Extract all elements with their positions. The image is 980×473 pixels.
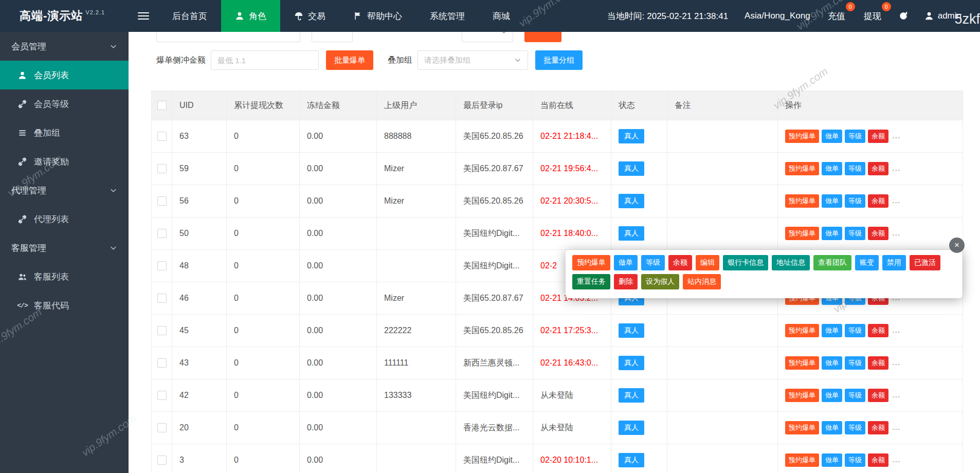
select-all-checkbox[interactable] (157, 101, 167, 110)
row-action-button[interactable]: 等级 (845, 453, 865, 467)
row-action-button[interactable]: 预约爆单 (785, 389, 819, 402)
row-checkbox[interactable] (157, 391, 167, 400)
stack-group-select[interactable]: 请选择叠加组 (418, 50, 528, 70)
batch-burst-button[interactable]: 批量爆单 (326, 50, 373, 70)
row-checkbox[interactable] (157, 164, 167, 173)
row-action-button[interactable]: 等级 (845, 130, 865, 143)
row-action-button[interactable]: 做单 (822, 421, 842, 434)
nav-item-help[interactable]: 帮助中心 (339, 0, 416, 32)
row-action-button[interactable]: 余额 (868, 421, 888, 434)
popup-action-button[interactable]: 余额 (668, 255, 692, 270)
row-action-button[interactable]: 余额 (868, 453, 888, 467)
nav-item-roles[interactable]: 角色 (221, 0, 280, 32)
row-action-button[interactable]: 余额 (868, 227, 888, 240)
sidebar-item-0-2[interactable]: 叠加组 (0, 118, 129, 147)
popup-action-button[interactable]: 编辑 (696, 255, 719, 270)
row-action-button[interactable]: 等级 (845, 227, 865, 240)
sidebar-item-1-0[interactable]: 代理列表 (0, 205, 129, 233)
refresh-icon[interactable] (899, 11, 908, 21)
popup-action-button[interactable]: 地址信息 (772, 255, 810, 270)
row-action-button[interactable]: 做单 (822, 356, 842, 370)
row-action-button[interactable]: 等级 (845, 162, 865, 175)
sidebar-item-0-0[interactable]: 会员列表 (0, 61, 129, 89)
sidebar-group-0[interactable]: 会员管理 (0, 32, 129, 61)
row-action-button[interactable]: 预约爆单 (785, 356, 819, 370)
row-action-button[interactable]: 预约爆单 (785, 421, 819, 434)
popup-action-button[interactable]: 等级 (641, 255, 665, 270)
sidebar-item-0-1[interactable]: 会员等级 (0, 89, 129, 118)
row-action-button[interactable]: 等级 (845, 194, 865, 208)
row-action-button[interactable]: 等级 (845, 389, 865, 402)
row-action-button[interactable]: 余额 (868, 130, 888, 143)
sidebar-item-2-0[interactable]: 客服列表 (0, 262, 129, 291)
more-actions-ellipsis[interactable]: ... (892, 455, 900, 464)
more-actions-ellipsis[interactable]: ... (892, 131, 900, 140)
withdraw-link[interactable]: 提现0 (863, 8, 882, 24)
row-checkbox[interactable] (157, 358, 167, 368)
more-actions-ellipsis[interactable]: ... (892, 163, 900, 172)
row-action-button[interactable]: 余额 (868, 194, 888, 208)
row-checkbox[interactable] (157, 423, 167, 432)
sidebar-group-1[interactable]: 代理管理 (0, 176, 129, 205)
popup-action-button[interactable]: 预约爆单 (572, 255, 610, 270)
row-action-button[interactable]: 预约爆单 (785, 194, 819, 208)
more-actions-ellipsis[interactable]: ... (892, 196, 900, 205)
row-action-button[interactable]: 预约爆单 (785, 324, 819, 337)
row-checkbox[interactable] (157, 294, 167, 303)
row-checkbox[interactable] (157, 456, 167, 465)
popup-action-button[interactable]: 账变 (855, 255, 879, 270)
admin-menu[interactable]: admin (924, 11, 961, 21)
row-action-button[interactable]: 等级 (845, 356, 865, 370)
popup-action-button[interactable]: 查看团队 (813, 255, 851, 270)
row-action-button[interactable]: 余额 (868, 324, 888, 337)
burst-amount-input[interactable] (211, 50, 319, 70)
row-action-button[interactable]: 做单 (822, 324, 842, 337)
row-action-button[interactable]: 预约爆单 (785, 453, 819, 467)
row-checkbox[interactable] (157, 196, 167, 206)
popup-action-button[interactable]: 做单 (614, 255, 638, 270)
nav-item-home[interactable]: 后台首页 (158, 0, 221, 32)
sidebar-group-2[interactable]: 客服管理 (0, 233, 129, 262)
top-filter-select[interactable] (462, 32, 513, 42)
row-action-button[interactable]: 预约爆单 (785, 162, 819, 175)
popup-action-button[interactable]: 已激活 (910, 255, 940, 270)
popup-action-button[interactable]: 删除 (614, 274, 638, 289)
recharge-link[interactable]: 充值0 (827, 8, 846, 24)
sidebar-item-2-1[interactable]: </>客服代码 (0, 291, 129, 320)
sidebar-item-0-3[interactable]: 邀请奖励 (0, 147, 129, 176)
row-action-button[interactable]: 做单 (822, 227, 842, 240)
row-checkbox[interactable] (157, 132, 167, 141)
row-action-button[interactable]: 做单 (822, 389, 842, 402)
row-action-button[interactable]: 做单 (822, 194, 842, 208)
more-actions-ellipsis[interactable]: ... (892, 325, 900, 334)
top-filter-input-1[interactable] (156, 32, 300, 42)
row-action-button[interactable]: 做单 (822, 162, 842, 175)
row-action-button[interactable]: 余额 (868, 356, 888, 370)
close-icon[interactable]: × (949, 238, 965, 253)
row-checkbox[interactable] (157, 229, 167, 238)
row-action-button[interactable]: 余额 (868, 162, 888, 175)
row-checkbox[interactable] (157, 261, 167, 270)
top-filter-input-2[interactable] (312, 32, 353, 42)
more-actions-ellipsis[interactable]: ... (892, 423, 900, 431)
nav-item-system[interactable]: 系统管理 (416, 0, 479, 32)
row-action-button[interactable]: 等级 (845, 324, 865, 337)
popup-action-button[interactable]: 禁用 (882, 255, 906, 270)
row-checkbox[interactable] (157, 326, 167, 335)
menu-toggle-icon[interactable] (129, 0, 158, 32)
row-action-button[interactable]: 等级 (845, 421, 865, 434)
row-action-button[interactable]: 预约爆单 (785, 227, 819, 240)
top-filter-button[interactable] (524, 32, 561, 42)
row-action-button[interactable]: 余额 (868, 389, 888, 402)
row-action-button[interactable]: 做单 (822, 130, 842, 143)
popup-action-button[interactable]: 站内消息 (683, 274, 721, 289)
popup-action-button[interactable]: 设为假人 (641, 274, 679, 289)
row-action-button[interactable]: 预约爆单 (785, 130, 819, 143)
popup-action-button[interactable]: 银行卡信息 (723, 255, 768, 270)
more-actions-ellipsis[interactable]: ... (892, 390, 900, 399)
popup-action-button[interactable]: 重置任务 (572, 274, 610, 289)
more-actions-ellipsis[interactable]: ... (892, 228, 900, 237)
nav-item-mall[interactable]: 商城 (479, 0, 524, 32)
batch-group-button[interactable]: 批量分组 (535, 50, 583, 70)
more-actions-ellipsis[interactable]: ... (892, 358, 900, 367)
